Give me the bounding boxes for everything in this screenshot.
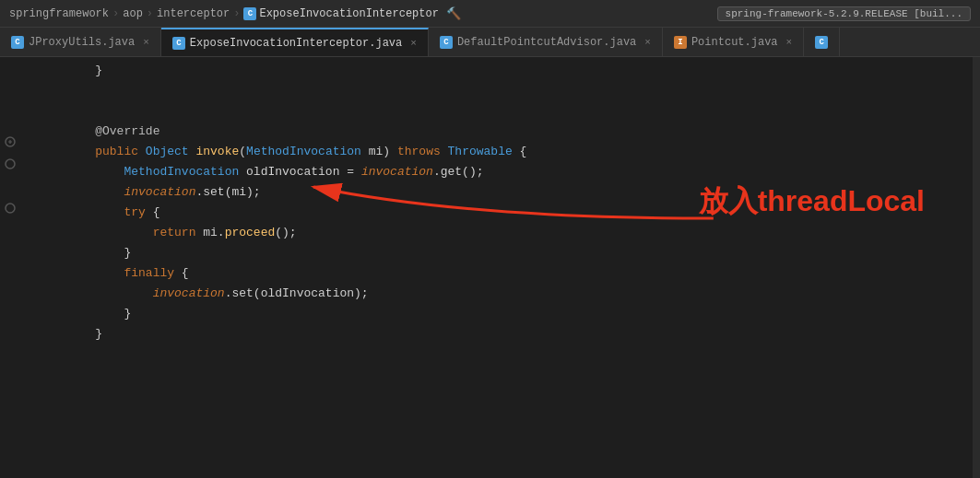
breadcrumb-sep-2: › (147, 7, 153, 20)
code-throwable: Throwable (448, 142, 513, 162)
code-invoke-indent (66, 142, 95, 162)
code-method-invoke: invoke (195, 142, 239, 162)
gutter-override (3, 132, 18, 152)
code-method-proceed: proceed (225, 223, 276, 243)
linenum-blank7 (20, 182, 50, 203)
code-finally-brace: { (174, 263, 189, 284)
breadcrumb-interceptor[interactable]: interceptor (157, 7, 230, 20)
linenum-blank2 (20, 81, 50, 101)
breadcrumb-class[interactable]: ExposeInvocationInterceptor (259, 7, 438, 20)
code-line-invoke-signature: public Object invoke(MethodInvocation mi… (66, 142, 980, 162)
code-throws: throws (397, 142, 441, 162)
code-type-methodinv2: MethodInvocation (124, 162, 239, 182)
code-space1 (138, 142, 146, 162)
breadcrumb-springframework[interactable]: springframework (9, 7, 109, 20)
linenum-blank5 (20, 142, 50, 162)
gutter-try (3, 220, 18, 240)
svg-point-2 (6, 204, 15, 213)
code-try-close-brace: } (124, 243, 131, 263)
code-setmi-call: .set(mi); (195, 182, 260, 203)
code-line-finally: finally { (66, 263, 980, 284)
gutter-invset2 (3, 309, 18, 329)
breadcrumb-bar: springframework › aop › interceptor › C … (0, 0, 980, 28)
code-setold-call: .set(oldInvocation); (225, 284, 369, 304)
editor-area: } @Override public Object invoke(MethodI… (0, 57, 980, 478)
linenum-blank6 (20, 162, 50, 182)
code-type-methodinv: MethodInvocation (246, 142, 361, 162)
tab-exposeinvocationinterceptor[interactable]: C ExposeInvocationInterceptor.java × (161, 28, 429, 56)
linenum-blank12 (20, 284, 50, 304)
gutter-icons (0, 57, 20, 478)
code-param-mi: mi) (361, 142, 397, 162)
code-type-object: Object (146, 142, 189, 162)
code-line-try-close: } (66, 243, 980, 263)
code-space2 (189, 142, 196, 162)
code-return-indent (66, 223, 153, 243)
code-kw-try: try (124, 203, 145, 223)
gutter-3 (3, 110, 18, 130)
code-line-oldinvocation: MethodInvocation oldInvocation = invocat… (66, 162, 980, 182)
code-line-finally-body: invocation.set(oldInvocation); (66, 284, 980, 304)
tab-icon-extra: C (815, 36, 828, 49)
gutter-1 (3, 65, 18, 86)
linenum-blank4 (20, 122, 50, 142)
code-paren-open: ( (239, 142, 246, 162)
tab-icon-defaultpointcut: C (440, 36, 453, 49)
code-line-method-close: } (66, 324, 980, 344)
gutter-invoke (3, 154, 18, 174)
code-kw-public: public (95, 142, 138, 162)
code-space-throwable (441, 142, 448, 162)
gutter-brace2 (3, 331, 18, 351)
code-oldinv-indent (66, 162, 124, 182)
code-invocation-var2: invocation (124, 182, 195, 203)
tab-defaultpointcutadvisor[interactable]: C DefaultPointcutAdvisor.java × (429, 28, 663, 56)
code-oldinv-name: oldInvocation = (239, 162, 361, 182)
linenum-blank10 (20, 243, 50, 263)
breadcrumb-sep-3: › (233, 7, 240, 20)
code-finally-close-indent (66, 304, 124, 324)
tab-close-jproxyutils[interactable]: × (143, 37, 149, 48)
line-numbers (20, 57, 57, 478)
code-line-closing-brace: } (66, 61, 980, 81)
code-try-close-indent (66, 243, 124, 263)
tab-jproxyutils[interactable]: C JProxyUtils.java × (0, 28, 161, 56)
tab-icon-pointcut: I (674, 36, 687, 49)
linenum-blank3 (20, 101, 50, 122)
tab-pointcut[interactable]: I Pointcut.java × (663, 28, 804, 56)
linenum-blank13 (20, 304, 50, 324)
breadcrumb-sep-1: › (112, 7, 119, 20)
code-editor[interactable]: } @Override public Object invoke(MethodI… (57, 57, 980, 478)
branch-tag: spring-framework-5.2.9.RELEASE [buil... (717, 6, 971, 21)
code-finally-body-indent (66, 284, 153, 304)
code-invocation-var: invocation (361, 162, 433, 182)
code-annotation-override: @Override (95, 122, 159, 142)
gutter-methodinv (3, 176, 18, 196)
code-line-return: return mi.proceed(); (66, 223, 980, 243)
tab-label-defaultpointcut: DefaultPointcutAdvisor.java (457, 36, 636, 49)
code-space-brace: { (513, 142, 527, 162)
code-line-blank1 (66, 81, 980, 101)
breadcrumb-aop[interactable]: aop (123, 7, 143, 20)
code-invset-indent (66, 182, 124, 203)
linenum-blank11 (20, 263, 50, 284)
svg-point-1 (6, 159, 15, 169)
code-finally-indent (66, 263, 124, 284)
tab-extra[interactable]: C (804, 28, 840, 56)
tab-close-defaultpointcut[interactable]: × (644, 37, 651, 48)
gutter-return (3, 242, 18, 262)
tab-close-pointcut[interactable]: × (786, 37, 793, 48)
gutter-2 (3, 87, 18, 108)
code-line-invset: invocation.set(mi); (66, 182, 980, 203)
code-line-blank2 (66, 101, 980, 122)
tab-close-expose[interactable]: × (410, 38, 417, 49)
code-get-call: .get(); (433, 162, 484, 182)
tabs-bar: C JProxyUtils.java × C ExposeInvocationI… (0, 28, 980, 57)
scroll-indicator[interactable] (973, 57, 980, 478)
tab-icon-expose: C (172, 37, 185, 50)
code-indent-brace (66, 61, 95, 81)
code-line-finally-close: } (66, 304, 980, 324)
code-finally-close-brace: } (124, 304, 131, 324)
code-line-try: try { (66, 203, 980, 223)
code-method-close-brace: } (95, 324, 102, 344)
class-icon-breadcrumb: C (243, 7, 256, 20)
